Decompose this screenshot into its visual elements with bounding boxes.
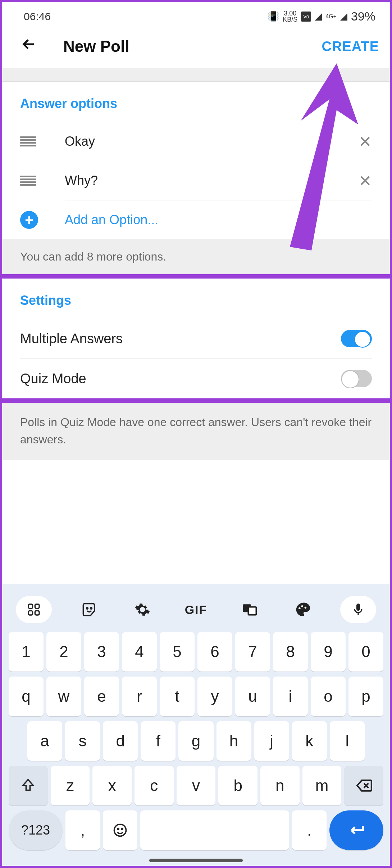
mic-icon[interactable] bbox=[340, 596, 376, 623]
keyboard-row-numbers: 1 2 3 4 5 6 7 8 9 0 bbox=[9, 632, 383, 672]
key-0[interactable]: 0 bbox=[348, 632, 383, 672]
battery-percent: 39% bbox=[351, 9, 375, 23]
key-4[interactable]: 4 bbox=[122, 632, 157, 672]
key-z[interactable]: z bbox=[51, 766, 90, 805]
vibrate-icon: 📳 bbox=[268, 11, 279, 22]
key-s[interactable]: s bbox=[65, 721, 100, 761]
svg-rect-3 bbox=[35, 611, 39, 615]
quiz-mode-row[interactable]: Quiz Mode bbox=[20, 359, 372, 398]
answer-option-input[interactable]: Why? bbox=[65, 173, 359, 188]
svg-point-11 bbox=[114, 824, 126, 836]
key-6[interactable]: 6 bbox=[197, 632, 232, 672]
add-option-row[interactable]: + Add an Option... bbox=[20, 200, 372, 239]
key-f[interactable]: f bbox=[141, 721, 176, 761]
add-option-label: Add an Option... bbox=[65, 212, 158, 227]
key-m[interactable]: m bbox=[302, 766, 342, 805]
answer-option-row[interactable]: Okay ✕ bbox=[20, 122, 372, 161]
answer-options-section: Answer options Okay ✕ Why? ✕ + Add an Op… bbox=[2, 82, 390, 239]
svg-point-13 bbox=[122, 828, 123, 830]
key-enter[interactable] bbox=[329, 810, 383, 850]
options-hint: You can add 8 more options. bbox=[2, 239, 390, 274]
svg-point-12 bbox=[118, 828, 119, 830]
translate-icon[interactable] bbox=[233, 596, 266, 623]
key-r[interactable]: r bbox=[122, 677, 157, 716]
status-right: 📳 3.00 KB/S Vo ◢ 4G+ ◢ 39% bbox=[268, 9, 375, 23]
key-5[interactable]: 5 bbox=[160, 632, 195, 672]
key-o[interactable]: o bbox=[311, 677, 346, 716]
key-l[interactable]: l bbox=[330, 721, 365, 761]
theme-palette-icon[interactable] bbox=[287, 596, 319, 623]
key-h[interactable]: h bbox=[216, 721, 251, 761]
remove-option-icon[interactable]: ✕ bbox=[359, 172, 372, 190]
keyboard-row-5: ?123 , . bbox=[9, 810, 383, 850]
svg-point-9 bbox=[301, 605, 304, 607]
key-e[interactable]: e bbox=[84, 677, 119, 716]
volte-icon: Vo bbox=[301, 12, 311, 22]
key-backspace[interactable] bbox=[344, 766, 383, 805]
signal-icon-1: ◢ bbox=[315, 11, 322, 22]
answer-options-title: Answer options bbox=[20, 96, 372, 111]
key-i[interactable]: i bbox=[273, 677, 308, 716]
key-symbols[interactable]: ?123 bbox=[9, 810, 63, 850]
key-j[interactable]: j bbox=[254, 721, 289, 761]
key-b[interactable]: b bbox=[218, 766, 257, 805]
key-n[interactable]: n bbox=[260, 766, 300, 805]
quiz-mode-toggle[interactable] bbox=[341, 370, 372, 387]
key-v[interactable]: v bbox=[177, 766, 216, 805]
key-k[interactable]: k bbox=[292, 721, 327, 761]
status-time: 06:46 bbox=[24, 10, 51, 23]
multiple-answers-row[interactable]: Multiple Answers bbox=[20, 319, 372, 358]
status-bar: 06:46 📳 3.00 KB/S Vo ◢ 4G+ ◢ 39% bbox=[2, 2, 390, 27]
apps-icon[interactable] bbox=[16, 596, 52, 623]
key-period[interactable]: . bbox=[292, 810, 327, 850]
key-emoji-icon[interactable] bbox=[103, 810, 137, 850]
key-p[interactable]: p bbox=[348, 677, 383, 716]
header: New Poll CREATE bbox=[2, 27, 390, 68]
key-3[interactable]: 3 bbox=[84, 632, 119, 672]
plus-icon[interactable]: + bbox=[20, 211, 38, 229]
key-x[interactable]: x bbox=[92, 766, 132, 805]
key-q[interactable]: q bbox=[9, 677, 44, 716]
svg-rect-0 bbox=[28, 604, 33, 609]
answer-option-row[interactable]: Why? ✕ bbox=[20, 161, 372, 200]
key-a[interactable]: a bbox=[27, 721, 62, 761]
keyboard-toolbar: GIF bbox=[9, 591, 383, 632]
create-button[interactable]: CREATE bbox=[322, 39, 379, 54]
key-y[interactable]: y bbox=[197, 677, 232, 716]
keyboard-row-3: a s d f g h j k l bbox=[9, 721, 383, 761]
key-c[interactable]: c bbox=[135, 766, 174, 805]
signal-label: 4G+ bbox=[325, 13, 337, 20]
key-1[interactable]: 1 bbox=[9, 632, 44, 672]
gif-button[interactable]: GIF bbox=[180, 596, 212, 623]
remove-option-icon[interactable]: ✕ bbox=[359, 132, 372, 151]
key-d[interactable]: d bbox=[103, 721, 138, 761]
keyboard-row-4: z x c v b n m bbox=[9, 766, 383, 805]
key-u[interactable]: u bbox=[235, 677, 270, 716]
key-t[interactable]: t bbox=[160, 677, 195, 716]
drag-handle-icon[interactable] bbox=[20, 176, 36, 186]
back-arrow-icon[interactable] bbox=[20, 36, 37, 57]
settings-section: Settings Multiple Answers Quiz Mode bbox=[2, 279, 390, 398]
key-w[interactable]: w bbox=[46, 677, 81, 716]
sticker-icon[interactable] bbox=[73, 596, 105, 623]
key-7[interactable]: 7 bbox=[235, 632, 270, 672]
drag-handle-icon[interactable] bbox=[20, 136, 36, 146]
multiple-answers-toggle[interactable] bbox=[341, 330, 372, 347]
nav-handle[interactable] bbox=[149, 859, 243, 862]
quiz-mode-label: Quiz Mode bbox=[20, 371, 86, 386]
key-shift[interactable] bbox=[9, 766, 48, 805]
svg-point-10 bbox=[305, 607, 307, 609]
settings-gear-icon[interactable] bbox=[126, 596, 159, 623]
svg-point-5 bbox=[90, 608, 92, 609]
keyboard-row-2: q w e r t y u i o p bbox=[9, 677, 383, 716]
annotation-divider bbox=[2, 398, 390, 403]
key-2[interactable]: 2 bbox=[46, 632, 81, 672]
answer-option-input[interactable]: Okay bbox=[65, 134, 359, 149]
multiple-answers-label: Multiple Answers bbox=[20, 331, 123, 347]
key-comma[interactable]: , bbox=[65, 810, 100, 850]
section-gap bbox=[2, 69, 390, 82]
key-8[interactable]: 8 bbox=[273, 632, 308, 672]
key-g[interactable]: g bbox=[178, 721, 213, 761]
key-9[interactable]: 9 bbox=[311, 632, 346, 672]
key-space[interactable] bbox=[140, 810, 289, 850]
